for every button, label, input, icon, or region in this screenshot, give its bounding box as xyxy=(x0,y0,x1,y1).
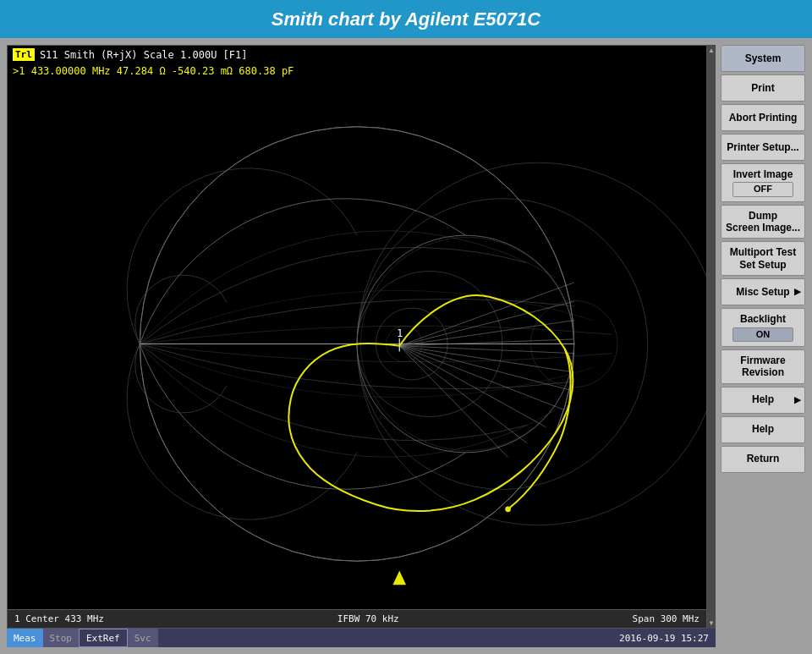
smith-chart-container: 1 xyxy=(8,79,706,609)
chart-footer: 1 Center 433 MHz IFBW 70 kHz Span 300 MH… xyxy=(8,609,706,628)
scroll-up-arrow[interactable]: ▲ xyxy=(707,47,716,54)
invert-image-label: Invert Image xyxy=(733,168,793,180)
misc-setup-button[interactable]: Misc Setup xyxy=(721,278,805,305)
page-title: Smith chart by Agilent E5071C xyxy=(272,8,540,30)
help-button[interactable]: Help xyxy=(721,416,805,443)
smith-chart-svg: 1 xyxy=(8,79,706,609)
dump-screen-button[interactable]: Dump Screen Image... xyxy=(721,205,805,239)
chart-and-scroll: Trl S11 Smith (R+jX) Scale 1.000U [F1] >… xyxy=(7,45,716,629)
printer-setup-button[interactable]: Printer Setup... xyxy=(721,134,805,161)
footer-center: IFBW 70 kHz xyxy=(337,613,399,624)
chart-title: S11 Smith (R+jX) Scale 1.000U [F1] xyxy=(40,49,248,61)
print-button[interactable]: Print xyxy=(721,74,805,102)
backlight-label: Backlight xyxy=(740,313,786,325)
svc-button[interactable]: Svc xyxy=(128,629,158,647)
bottom-status-bar: Meas Stop ExtRef Svc 2016-09-19 15:27 xyxy=(7,629,716,647)
chart-scrollbar[interactable]: ▲ ▼ xyxy=(707,45,716,629)
dump-screen-label: Dump Screen Image... xyxy=(726,210,800,234)
sidebar: System Print Abort Printing Printer Setu… xyxy=(721,45,805,647)
datetime-display: 2016-09-19 15:27 xyxy=(619,633,716,644)
multiport-test-button[interactable]: Multiport Test Set Setup xyxy=(721,241,805,276)
firmware-label: Firmware Revision xyxy=(740,354,785,379)
stop-button[interactable]: Stop xyxy=(43,629,80,647)
svg-text:1: 1 xyxy=(397,327,403,339)
main-area: Trl S11 Smith (R+jX) Scale 1.000U [F1] >… xyxy=(0,38,812,654)
scroll-down-arrow[interactable]: ▼ xyxy=(707,619,716,627)
invert-image-sub: OFF xyxy=(732,182,793,196)
backlight-button[interactable]: Backlight ON xyxy=(721,308,805,347)
firmware-revision-button[interactable]: Firmware Revision xyxy=(721,349,805,384)
backlight-sub: ON xyxy=(732,327,793,342)
svg-point-25 xyxy=(505,506,511,512)
footer-left: 1 Center 433 MHz xyxy=(14,613,104,624)
abort-printing-button[interactable]: Abort Printing xyxy=(721,104,805,131)
trace-label: Trl xyxy=(13,48,35,61)
footer-right: Span 300 MHz xyxy=(633,613,700,624)
ext-ref-button[interactable]: ExtRef xyxy=(79,629,128,647)
return-button[interactable]: Return xyxy=(721,446,805,473)
app-header: Smith chart by Agilent E5071C xyxy=(0,0,812,38)
multiport-label: Multiport Test Set Setup xyxy=(725,246,801,271)
chart-header: Trl S11 Smith (R+jX) Scale 1.000U [F1] xyxy=(8,46,706,63)
measurement-line: >1 433.00000 MHz 47.284 Ω -540.23 mΩ 680… xyxy=(8,63,706,79)
meas-button[interactable]: Meas xyxy=(7,629,43,647)
system-button[interactable]: System xyxy=(721,45,805,72)
service-menu-button[interactable]: Help xyxy=(721,387,805,414)
invert-image-button[interactable]: Invert Image OFF xyxy=(721,163,805,202)
chart-wrap: Trl S11 Smith (R+jX) Scale 1.000U [F1] >… xyxy=(7,45,716,647)
chart-panel: Trl S11 Smith (R+jX) Scale 1.000U [F1] >… xyxy=(7,45,707,629)
